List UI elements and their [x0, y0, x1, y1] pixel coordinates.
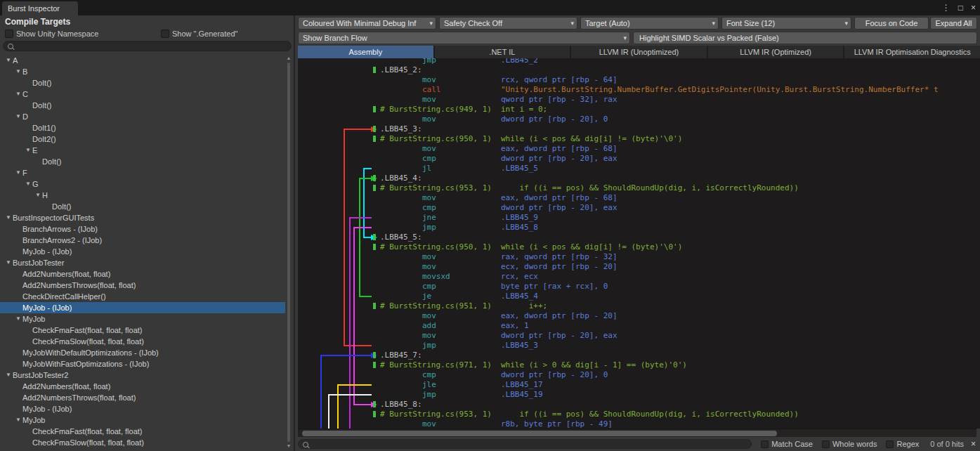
tree-folder-row[interactable]: ▼MyJob [0, 313, 285, 325]
tree-item-row[interactable]: Add2NumbersThrows(float, float) [0, 280, 285, 291]
menu-icon[interactable]: ⋮ [942, 2, 950, 13]
tree-item-row[interactable]: Add2NumbersThrows(float, float) [0, 392, 285, 403]
tab-llvm-ir-diagnostics[interactable]: LLVM IR Optimisation Diagnostics [844, 46, 980, 58]
whole-words-checkbox[interactable]: Whole words [822, 440, 877, 448]
block-marker [373, 244, 376, 250]
window-tab-burst-inspector[interactable]: Burst Inspector [2, 1, 78, 15]
tree-item-row[interactable]: MyJobWithDefaultOptimizations - (IJob) [0, 347, 285, 358]
foldout-triangle-icon[interactable]: ▼ [35, 190, 41, 201]
code-horizontal-scrollbar[interactable] [298, 429, 976, 437]
tree-folder-row[interactable]: ▼BurstInspectorGUITests [0, 212, 285, 223]
asm-mnemonic: mov [422, 252, 436, 262]
foldout-triangle-icon[interactable]: ▼ [6, 55, 11, 66]
tree-folder-row[interactable]: ▼C [0, 89, 285, 100]
checkbox-box[interactable] [161, 30, 169, 38]
asm-operands: .LBB45_2 [501, 58, 538, 65]
foldout-triangle-icon[interactable]: ▼ [15, 66, 21, 77]
match-case-checkbox[interactable]: Match Case [761, 440, 813, 448]
scroll-down-icon[interactable]: ▼ [285, 443, 293, 450]
checkbox-box[interactable] [822, 440, 830, 448]
simd-highlight-toggle[interactable]: Highlight SIMD Scalar vs Packed (False) [633, 32, 977, 44]
foldout-triangle-icon[interactable]: ▼ [6, 212, 11, 223]
tree-folder-row[interactable]: ▼F [0, 167, 285, 178]
scroll-up-icon[interactable]: ▲ [285, 55, 293, 62]
tab-net-il[interactable]: .NET IL [435, 46, 570, 58]
expand-all-button[interactable]: Expand All [930, 17, 977, 30]
foldout-triangle-icon[interactable]: ▼ [15, 414, 21, 426]
tree-item-row[interactable]: DoIt1() [0, 122, 285, 133]
foldout-triangle-icon[interactable]: ▼ [25, 178, 31, 190]
scrollbar-thumb[interactable] [287, 63, 290, 442]
tree-item-row[interactable]: Add2Numbers(float, float) [0, 268, 285, 280]
chevron-down-icon: ▾ [623, 32, 627, 44]
foldout-triangle-icon[interactable]: ▼ [15, 89, 21, 100]
tree-item-row[interactable]: MyJob - (IJob) [0, 403, 285, 414]
safety-check-dropdown[interactable]: Safety Check Off ▾ [439, 17, 577, 30]
output-tabs: Assembly .NET IL LLVM IR (Unoptimized) L… [298, 46, 980, 58]
foldout-triangle-icon[interactable]: ▼ [15, 313, 21, 325]
tree-item-row[interactable]: MyJobWithFastOptimizations - (IJob) [0, 358, 285, 370]
regex-checkbox[interactable]: Regex [886, 440, 919, 448]
foldout-triangle-icon[interactable]: ▼ [6, 370, 11, 381]
tree-item-row[interactable]: DoIt2() [0, 133, 285, 145]
close-icon[interactable]: × [971, 2, 976, 13]
tree-item-row[interactable]: Add2Numbers(float, float) [0, 381, 285, 392]
assembly-code-view[interactable]: jmp.LBB45_2.LBB45_2:movrcx, qword ptr [r… [298, 58, 980, 429]
maximize-icon[interactable]: □ [958, 2, 963, 13]
scrollbar-thumb[interactable] [302, 431, 777, 436]
asm-instruction-line: movecx, dword ptr [rbp - 20] [298, 262, 980, 272]
foldout-triangle-icon[interactable]: ▼ [6, 257, 11, 268]
tree-folder-row[interactable]: ▼G [0, 178, 285, 190]
tree-item-row[interactable]: MyJob - (IJob) [0, 302, 285, 313]
tree-folder-row[interactable]: ▼A [0, 55, 285, 66]
targets-search-input[interactable] [16, 41, 286, 52]
dropdown-label: Coloured With Minimal Debug Inf [303, 19, 416, 27]
tab-llvm-ir-optimized[interactable]: LLVM IR (Optimized) [708, 46, 844, 58]
code-search-input[interactable] [311, 440, 746, 450]
debug-info-dropdown[interactable]: Coloured With Minimal Debug Inf ▾ [298, 17, 436, 30]
show-generated-checkbox[interactable]: Show ".Generated" [161, 29, 237, 39]
tree-item-row[interactable]: CheckFmaFast(float, float, float) [0, 426, 285, 437]
tab-assembly[interactable]: Assembly [298, 46, 433, 58]
tree-item-row[interactable]: DoIt() [0, 77, 285, 89]
search-close-icon[interactable]: × [971, 439, 976, 449]
tree-folder-row[interactable]: ▼H [0, 190, 285, 201]
target-dropdown[interactable]: Target (Auto) ▾ [580, 17, 719, 30]
source-code: int i = 0; [501, 105, 547, 115]
tree-item-row[interactable]: DoIt() [0, 201, 285, 212]
asm-source-comment-line: # BurstString.cs(951, 1) i++; [298, 301, 980, 311]
show-unity-namespace-checkbox[interactable]: Show Unity Namespace [5, 29, 98, 39]
asm-mnemonic: cmp [422, 370, 436, 380]
tree-item-row[interactable]: CheckFmaSlow(float, float, float) [0, 336, 285, 347]
tree-item-row[interactable]: BranchArrows2 - (IJob) [0, 235, 285, 246]
code-search-field[interactable] [298, 439, 752, 449]
tree-folder-row[interactable]: ▼B [0, 66, 285, 77]
branch-flow-dropdown[interactable]: Show Branch Flow ▾ [298, 32, 630, 44]
tree-folder-row[interactable]: ▼E [0, 145, 285, 156]
font-size-dropdown[interactable]: Font Size (12) ▾ [721, 17, 851, 30]
foldout-triangle-icon[interactable]: ▼ [25, 145, 31, 156]
tree-item-row[interactable]: CheckFmaSlow(float, float, float) [0, 437, 285, 448]
tree-item-label: Add2Numbers(float, float) [22, 268, 110, 280]
focus-on-code-button[interactable]: Focus on Code [854, 17, 929, 30]
checkbox-box[interactable] [5, 30, 13, 38]
tree-folder-row[interactable]: ▼D [0, 111, 285, 122]
foldout-triangle-icon[interactable]: ▼ [15, 167, 21, 178]
foldout-triangle-icon[interactable]: ▼ [15, 111, 21, 122]
tree-item-row[interactable]: DoIt() [0, 100, 285, 111]
tree-item-row[interactable]: CheckDirectCallHelper() [0, 291, 285, 302]
tree-item-row[interactable]: MyJob - (IJob) [0, 246, 285, 257]
asm-instruction-line: movqword ptr [rbp - 32], rax [298, 95, 980, 105]
tree-scrollbar[interactable]: ▲ ▼ [285, 55, 293, 450]
checkbox-box[interactable] [886, 440, 894, 448]
search-icon [8, 44, 13, 49]
tree-folder-row[interactable]: ▼BurstJobTester2 [0, 370, 285, 381]
tree-folder-row[interactable]: ▼MyJob [0, 414, 285, 426]
targets-search-field[interactable] [3, 41, 292, 51]
tree-folder-row[interactable]: ▼BurstJobTester [0, 257, 285, 268]
tab-llvm-ir-unoptimized[interactable]: LLVM IR (Unoptimized) [571, 46, 707, 58]
checkbox-box[interactable] [761, 440, 769, 448]
tree-item-row[interactable]: BranchArrows - (IJob) [0, 223, 285, 235]
tree-item-row[interactable]: DoIt() [0, 156, 285, 167]
tree-item-row[interactable]: CheckFmaFast(float, float, float) [0, 325, 285, 336]
